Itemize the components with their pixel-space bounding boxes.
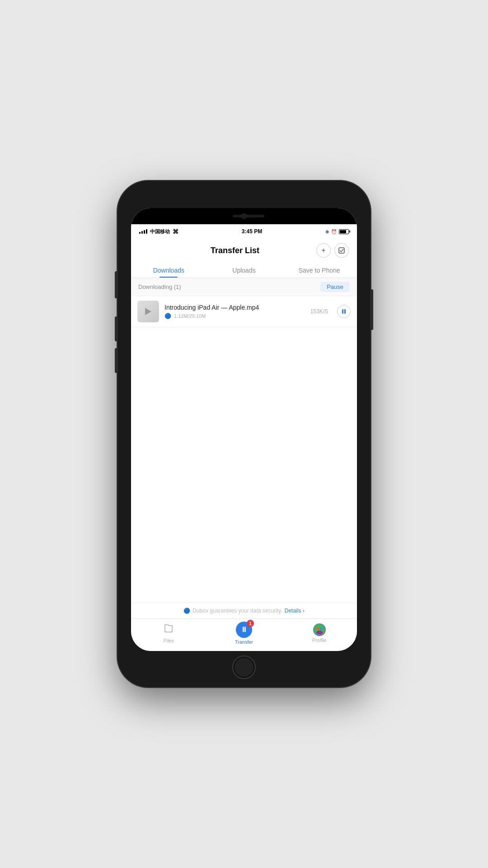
battery-indicator <box>339 229 349 234</box>
vol-up-button <box>115 316 117 341</box>
nav-label-profile: Profile <box>312 637 326 643</box>
files-icon <box>163 623 174 637</box>
carrier-name: 中国移动 <box>150 228 170 235</box>
alarm-icon: ⏰ <box>331 229 337 234</box>
svg-point-4 <box>316 631 323 634</box>
pause-bar-right <box>344 309 346 314</box>
play-icon <box>145 308 151 315</box>
edit-button[interactable] <box>334 243 349 258</box>
thumb-inner <box>137 301 159 322</box>
svg-point-2 <box>316 627 319 630</box>
battery-fill <box>340 230 346 233</box>
nav-label-files: Files <box>164 638 174 643</box>
transfer-icon-wrapper: ⏸ 1 <box>236 622 252 638</box>
wifi-icon: ⌘ <box>173 228 178 235</box>
table-row[interactable]: Introducing iPad Air — Apple.mp4 🔵 1.12M… <box>131 296 357 327</box>
tab-save-to-phone[interactable]: Save to Phone <box>282 262 357 278</box>
download-status-bar: Downloading (1) Pause <box>131 278 357 296</box>
home-indicator-area <box>117 651 371 674</box>
file-info: Introducing iPad Air — Apple.mp4 🔵 1.12M… <box>164 304 305 319</box>
file-speed: 153K/S <box>310 308 328 315</box>
status-bar: 中国移动 ⌘ 3:45 PM ⊕ ⏰ <box>131 224 357 239</box>
security-text: Dubox guarantees your data security. <box>192 608 282 614</box>
file-thumbnail <box>137 301 159 322</box>
nav-label-transfer: Transfer <box>235 639 253 645</box>
status-left: 中国移动 ⌘ <box>139 228 178 235</box>
file-name: Introducing iPad Air — Apple.mp4 <box>164 304 305 311</box>
tab-uploads[interactable]: Uploads <box>206 262 282 278</box>
nav-item-profile[interactable]: Profile <box>282 623 357 646</box>
file-progress: 1.12M/29.10M <box>174 313 206 319</box>
status-right: ⊕ ⏰ <box>325 229 349 234</box>
pause-file-button[interactable] <box>337 305 351 318</box>
speaker <box>233 215 264 217</box>
downloading-count-text: Downloading (1) <box>138 283 181 290</box>
home-button[interactable] <box>232 656 256 679</box>
shield-security-icon: 🔵 <box>183 608 190 614</box>
nav-item-transfer[interactable]: ⏸ 1 Transfer <box>206 622 282 648</box>
signal-bar-1 <box>139 232 141 234</box>
page-title: Transfer List <box>154 246 316 255</box>
svg-point-3 <box>320 627 323 630</box>
svg-rect-0 <box>339 248 344 253</box>
tab-bar: Downloads Uploads Save to Phone <box>131 262 357 278</box>
security-notice: 🔵 Dubox guarantees your data security. D… <box>131 603 357 618</box>
shield-icon: 🔵 <box>164 313 171 319</box>
signal-bar-3 <box>144 230 145 234</box>
tab-downloads[interactable]: Downloads <box>131 262 206 278</box>
location-icon: ⊕ <box>325 229 329 234</box>
page-header: Transfer List + <box>131 239 357 258</box>
file-list: Introducing iPad Air — Apple.mp4 🔵 1.12M… <box>131 296 357 603</box>
signal-bar-2 <box>141 231 143 234</box>
signal-bar-4 <box>146 229 147 234</box>
transfer-badge: 1 <box>247 620 254 627</box>
pause-bar-left <box>342 309 343 314</box>
details-link[interactable]: Details › <box>285 608 305 614</box>
checkmark-icon <box>338 247 345 254</box>
vol-down-button <box>115 348 117 373</box>
profile-avatar-image <box>314 624 325 635</box>
notch-bar <box>131 208 357 224</box>
transfer-symbol-icon: ⏸ <box>240 626 248 634</box>
add-button[interactable]: + <box>316 243 331 258</box>
phone-device: 中国移动 ⌘ 3:45 PM ⊕ ⏰ Transfer List + <box>117 181 371 687</box>
phone-screen: 中国移动 ⌘ 3:45 PM ⊕ ⏰ Transfer List + <box>131 208 357 651</box>
status-time: 3:45 PM <box>242 228 262 235</box>
signal-bars <box>139 229 147 234</box>
pause-all-button[interactable]: Pause <box>320 282 350 292</box>
nav-item-files[interactable]: Files <box>131 623 206 647</box>
file-meta: 🔵 1.12M/29.10M <box>164 313 305 319</box>
avatar <box>313 623 326 636</box>
front-camera <box>241 213 247 219</box>
bottom-navigation: Files ⏸ 1 Transfer <box>131 618 357 651</box>
pause-icon <box>342 309 346 314</box>
